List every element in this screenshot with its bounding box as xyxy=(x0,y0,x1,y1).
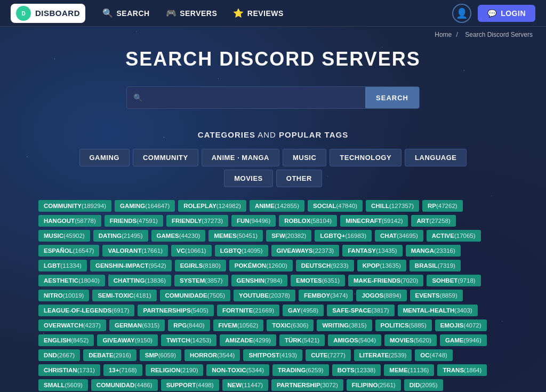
category-tab[interactable]: GAMING xyxy=(79,149,130,166)
tag[interactable]: JOGOS(8894) xyxy=(356,290,406,301)
nav-search[interactable]: 🔍 SEARCH xyxy=(96,5,156,21)
tag[interactable]: EMOTES(6351) xyxy=(291,275,345,286)
tag[interactable]: FRIENDLY(37273) xyxy=(166,215,228,227)
login-button[interactable]: 💬 LOGIN xyxy=(478,5,535,22)
tag[interactable]: MOVIES(5620) xyxy=(384,334,437,346)
tag[interactable]: PARTNERSHIPS(5405) xyxy=(138,305,214,316)
tag[interactable]: AMIZADE(4299) xyxy=(220,334,276,346)
tag[interactable]: MEME(11136) xyxy=(384,364,434,376)
tag[interactable]: TOXIC(6306) xyxy=(267,319,314,331)
category-tab[interactable]: COMMUNITY xyxy=(133,149,198,166)
tag[interactable]: MAKE-FRIENDS(7020) xyxy=(348,275,423,286)
tag[interactable]: FILIPINO(2561) xyxy=(347,379,401,391)
tag[interactable]: FIVEM(10562) xyxy=(213,319,264,331)
tag[interactable]: SMALL(5609) xyxy=(38,379,88,391)
tag[interactable]: RPG(8440) xyxy=(168,319,210,331)
tag[interactable]: NITRO(10019) xyxy=(38,290,89,301)
tag[interactable]: 13+(7168) xyxy=(103,364,142,376)
tag[interactable]: SAFE-SPACE(3817) xyxy=(327,305,395,316)
nav-servers[interactable]: 🎮 SERVERS xyxy=(159,5,224,21)
tag[interactable]: KPOP(13635) xyxy=(357,260,406,271)
tag[interactable]: SMP(6059) xyxy=(140,349,181,361)
tag[interactable]: FRIENDS(47591) xyxy=(105,215,163,227)
tag[interactable]: FUN(94496) xyxy=(231,215,276,227)
tag[interactable]: AESTHETIC(18040) xyxy=(38,275,105,286)
tag[interactable]: BRASIL(7319) xyxy=(410,260,461,271)
tag[interactable]: PARTNERSHIP(3072) xyxy=(271,379,343,391)
tag[interactable]: EVENTS(8859) xyxy=(410,290,463,301)
category-tab[interactable]: ANIME · MANGA xyxy=(202,149,279,166)
tag[interactable]: VC(10661) xyxy=(171,245,212,257)
tag[interactable]: DND(2667) xyxy=(38,349,80,361)
tag[interactable]: SEMI-TOXIC(4181) xyxy=(92,290,156,301)
tag[interactable]: CHRISTIAN(1731) xyxy=(38,364,100,376)
tag[interactable]: SYSTEM(3857) xyxy=(174,275,228,286)
tag[interactable]: MENTAL-HEALTH(3403) xyxy=(398,305,478,316)
tag[interactable]: POLITICS(5885) xyxy=(375,319,432,331)
tag[interactable]: GERMAN(6315) xyxy=(109,319,165,331)
tag[interactable]: LGBT(11334) xyxy=(38,260,87,271)
tag[interactable]: DEBATE(2916) xyxy=(83,349,136,361)
tag[interactable]: GIVEAWAY(9150) xyxy=(97,334,158,346)
tag[interactable]: CHAT(34695) xyxy=(375,230,423,242)
tag[interactable]: TÜRK(5421) xyxy=(279,334,325,346)
category-tab[interactable]: MUSIC xyxy=(283,149,326,166)
avatar-icon[interactable]: 👤 xyxy=(452,4,471,23)
breadcrumb-home[interactable]: Home xyxy=(435,31,452,38)
search-button[interactable]: SEARCH xyxy=(365,87,419,108)
tag[interactable]: MUSIC(45902) xyxy=(38,230,90,242)
tag[interactable]: ART(27258) xyxy=(411,215,455,227)
category-tab[interactable]: TECHNOLOGY xyxy=(330,149,402,166)
tag[interactable]: NON-TOXIC(5344) xyxy=(206,364,269,376)
tag[interactable]: TWITCH(14253) xyxy=(161,334,216,346)
tag[interactable]: VALORANT(17661) xyxy=(102,245,168,257)
tag[interactable]: GENSHIN-IMPACT(9542) xyxy=(90,260,172,271)
category-tab[interactable]: MOVIES xyxy=(224,170,273,187)
tag[interactable]: NEW(11447) xyxy=(222,379,268,391)
tag[interactable]: LEAGUE-OF-LEGENDS(6917) xyxy=(38,305,134,316)
tag[interactable]: GAMES(44230) xyxy=(151,230,206,242)
tag[interactable]: COMUNIDAD(4486) xyxy=(91,379,158,391)
category-tab[interactable]: LANGUAGE xyxy=(405,149,467,166)
tag[interactable]: CHATTING(13836) xyxy=(108,275,171,286)
tag[interactable]: CUTE(7277) xyxy=(306,349,351,361)
tag[interactable]: FANTASY(13435) xyxy=(342,245,402,257)
tag[interactable]: SOCIAL(47840) xyxy=(308,200,363,212)
tag[interactable]: EMOJIS(4072) xyxy=(435,319,487,331)
tag[interactable]: TRADING(6259) xyxy=(272,364,329,376)
nav-reviews[interactable]: ⭐ REVIEWS xyxy=(227,5,290,21)
tag[interactable]: DID(2095) xyxy=(404,379,443,391)
tag[interactable]: ESPAÑOL(16547) xyxy=(38,245,99,257)
tag[interactable]: RP(47262) xyxy=(422,200,463,212)
tag[interactable]: HANGOUT(58778) xyxy=(38,215,101,227)
tag[interactable]: DEUTSCH(9233) xyxy=(296,260,354,271)
tag[interactable]: MEMES(50451) xyxy=(208,230,263,242)
tag[interactable]: RELIGION(2190) xyxy=(146,364,204,376)
tag[interactable]: ACTIVE(17065) xyxy=(427,230,481,242)
tag[interactable]: GAY(4958) xyxy=(283,305,324,316)
tag[interactable]: SHITPOST(4193) xyxy=(243,349,302,361)
tag[interactable]: CHILL(127357) xyxy=(366,200,419,212)
category-tab[interactable]: OTHER xyxy=(276,170,322,187)
tag[interactable]: OC(4748) xyxy=(415,349,453,361)
tag[interactable]: ROLEPLAY(124982) xyxy=(178,200,246,212)
tag[interactable]: EGIRLS(8180) xyxy=(175,260,226,271)
tag[interactable]: MANGA(23316) xyxy=(406,245,461,257)
tag[interactable]: MINECRAFT(59142) xyxy=(340,215,408,227)
tag[interactable]: FORTNITE(21669) xyxy=(217,305,279,316)
tag[interactable]: SFW(20382) xyxy=(266,230,311,242)
tag[interactable]: WRITING(3815) xyxy=(317,319,372,331)
tag[interactable]: LGBTQ+(16983) xyxy=(315,230,372,242)
tag[interactable]: LGBTQ(14095) xyxy=(215,245,268,257)
tag[interactable]: GIVEAWAYS(22373) xyxy=(271,245,340,257)
tag[interactable]: POKÉMON(12600) xyxy=(229,260,293,271)
tag[interactable]: AMIGOS(5404) xyxy=(328,334,381,346)
tag[interactable]: GAMING(164647) xyxy=(115,200,175,212)
tag[interactable]: BOTS(12338) xyxy=(332,364,381,376)
tag[interactable]: ANIME(142855) xyxy=(250,200,304,212)
search-input[interactable] xyxy=(147,87,359,108)
tag[interactable]: YOUTUBE(20378) xyxy=(234,290,295,301)
tag[interactable]: DATING(21495) xyxy=(93,230,148,242)
tag[interactable]: SUPPORT(4498) xyxy=(161,379,219,391)
tag[interactable]: ENGLISH(8452) xyxy=(38,334,94,346)
